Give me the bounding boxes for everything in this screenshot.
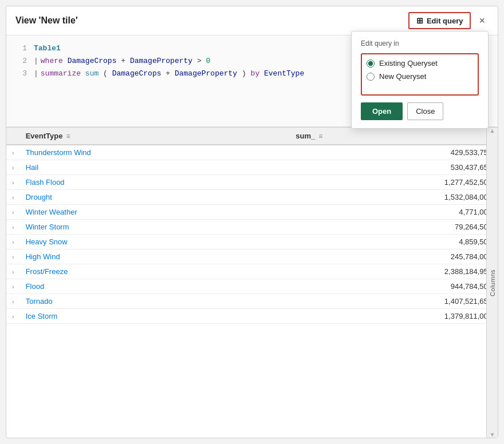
radio-existing-input[interactable]: [367, 60, 375, 68]
cell-sum-10: 1,407,521,650: [290, 294, 498, 309]
edit-query-icon: ⊞: [416, 16, 423, 25]
table-row: › Thunderstorm Wind 429,533,750: [6, 145, 498, 160]
open-button[interactable]: Open: [361, 102, 403, 120]
close-button[interactable]: ×: [475, 14, 489, 28]
cell-sum-6: 4,859,500: [290, 235, 498, 249]
radio-group: Existing Queryset New Queryset: [367, 59, 473, 81]
expand-arrow-9[interactable]: ›: [6, 279, 20, 294]
cell-sum-11: 1,379,811,000: [290, 309, 498, 324]
edit-query-popup: Edit query in Existing Queryset New Quer…: [351, 31, 489, 129]
cell-event-6: Heavy Snow: [20, 235, 290, 249]
table-row: › Ice Storm 1,379,811,000: [6, 309, 498, 324]
page-title: View 'New tile': [15, 15, 78, 26]
code-line-2-content: where DamageCrops + DamageProperty > 0: [41, 55, 211, 68]
col-sum-label: sum_: [296, 132, 315, 140]
var-damageProperty: DamageProperty: [130, 57, 197, 65]
table-row: › Flood 944,784,500: [6, 279, 498, 294]
radio-existing-label: Existing Queryset: [379, 59, 438, 68]
table-wrapper[interactable]: EventType ≡ sum_ ≡ ›: [6, 128, 498, 438]
cell-event-4: Winter Weather: [20, 205, 290, 220]
op-paren-close: ): [242, 69, 246, 78]
table-row: › Winter Storm 79,264,500: [6, 220, 498, 235]
radio-new-input[interactable]: [367, 73, 375, 81]
table-row: › Frost/Freeze 2,388,184,950: [6, 264, 498, 279]
col-eventtype-icon[interactable]: ≡: [66, 132, 70, 140]
cell-sum-1: 530,437,650: [290, 160, 498, 175]
table-row: › High Wind 245,784,000: [6, 249, 498, 264]
expand-arrow-8[interactable]: ›: [6, 264, 20, 279]
cell-sum-2: 1,277,452,500: [290, 175, 498, 190]
keyword-where: where: [41, 57, 63, 65]
expand-arrow-1[interactable]: ›: [6, 160, 20, 175]
cell-event-7: High Wind: [20, 249, 290, 264]
col-sum-icon[interactable]: ≡: [318, 132, 322, 140]
cell-event-3: Drought: [20, 190, 290, 205]
popup-options-border: Existing Queryset New Queryset: [361, 53, 479, 96]
col-eventtype-label: EventType: [26, 132, 63, 140]
table-row: › Hail 530,437,650: [6, 160, 498, 175]
expand-arrow-7[interactable]: ›: [6, 249, 20, 264]
cell-sum-0: 429,533,750: [290, 145, 498, 160]
keyword-sum: sum: [85, 69, 99, 78]
cell-sum-7: 245,784,000: [290, 249, 498, 264]
radio-new-option[interactable]: New Queryset: [367, 72, 473, 81]
code-line-3-content: summarize sum ( DamageCrops + DamageProp…: [41, 68, 304, 80]
th-eventtype: EventType ≡: [20, 128, 290, 145]
op-plus-2: +: [166, 69, 175, 78]
table-row: › Tornado 1,407,521,650: [6, 294, 498, 309]
cell-event-8: Frost/Freeze: [20, 264, 290, 279]
expand-arrow-10[interactable]: ›: [6, 294, 20, 309]
var-eventType: EventType: [264, 69, 304, 78]
line-number-2: 2: [11, 55, 27, 68]
keyword-by: by: [251, 69, 264, 78]
table-row: › Drought 1,532,084,000: [6, 190, 498, 205]
header-actions: ⊞ Edit query ×: [408, 12, 489, 29]
table-header-row: EventType ≡ sum_ ≡: [6, 128, 498, 145]
cell-event-0: Thunderstorm Wind: [20, 145, 290, 160]
table-row: › Winter Weather 4,771,000: [6, 205, 498, 220]
pipe-2: |: [34, 68, 38, 80]
op-paren-open: (: [103, 69, 108, 78]
columns-tab-label: Columns: [489, 269, 496, 296]
radio-new-label: New Queryset: [379, 72, 426, 81]
line-number-1: 1: [11, 42, 27, 55]
var-damageProperty-2: DamageProperty: [175, 69, 237, 78]
expand-arrow-2[interactable]: ›: [6, 175, 20, 190]
table-section: EventType ≡ sum_ ≡ ›: [6, 127, 498, 438]
expand-arrow-3[interactable]: ›: [6, 190, 20, 205]
expand-arrow-11[interactable]: ›: [6, 309, 20, 324]
cell-sum-3: 1,532,084,000: [290, 190, 498, 205]
code-table-name: Table1: [34, 42, 61, 55]
line-number-3: 3: [11, 68, 27, 80]
table-row: › Flash Flood 1,277,452,500: [6, 175, 498, 190]
edit-query-label: Edit query: [427, 17, 463, 25]
pipe-1: |: [34, 55, 38, 68]
expand-arrow-6[interactable]: ›: [6, 235, 20, 249]
edit-query-button[interactable]: ⊞ Edit query: [408, 12, 471, 29]
results-table: EventType ≡ sum_ ≡ ›: [6, 128, 498, 324]
cell-event-5: Winter Storm: [20, 220, 290, 235]
th-sum: sum_ ≡: [290, 128, 498, 145]
cell-sum-9: 944,784,500: [290, 279, 498, 294]
popup-label: Edit query in: [361, 39, 479, 47]
cell-event-11: Ice Storm: [20, 309, 290, 324]
expand-arrow-5[interactable]: ›: [6, 220, 20, 235]
popup-buttons: Open Close: [361, 102, 479, 120]
expand-arrow-4[interactable]: ›: [6, 205, 20, 220]
table-row: › Heavy Snow 4,859,500: [6, 235, 498, 249]
cell-event-10: Tornado: [20, 294, 290, 309]
cell-event-1: Hail: [20, 160, 290, 175]
op-gt: >: [197, 57, 202, 65]
op-plus-1: +: [121, 57, 125, 65]
cell-sum-8: 2,388,184,950: [290, 264, 498, 279]
popup-close-button[interactable]: Close: [407, 102, 443, 120]
num-zero: 0: [206, 57, 211, 65]
cell-event-9: Flood: [20, 279, 290, 294]
th-expand: [6, 128, 20, 145]
cell-sum-5: 79,264,500: [290, 220, 498, 235]
columns-sidebar[interactable]: Columns: [486, 128, 498, 438]
expand-arrow-0[interactable]: ›: [6, 145, 20, 160]
cell-sum-4: 4,771,000: [290, 205, 498, 220]
radio-existing-option[interactable]: Existing Queryset: [367, 59, 473, 68]
var-damageCrops-2: DamageCrops: [112, 69, 162, 78]
